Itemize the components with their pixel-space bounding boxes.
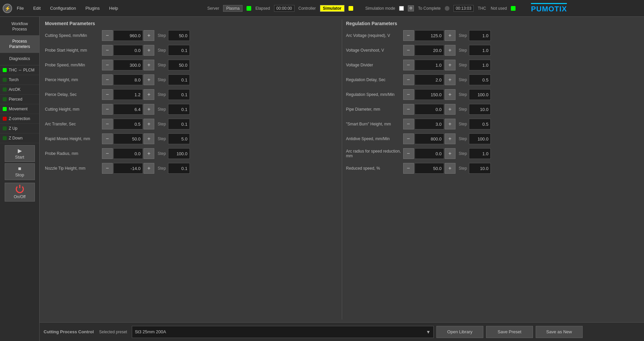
stop-button[interactable]: ■ Stop xyxy=(5,163,35,180)
minus-arc-radius-speed[interactable]: − xyxy=(403,148,414,159)
plus-antidive-speed[interactable]: + xyxy=(445,133,455,144)
open-library-button[interactable]: Open Library xyxy=(436,326,483,338)
plus-pierce-delay[interactable]: + xyxy=(144,89,154,100)
menu-file[interactable]: File xyxy=(15,4,26,12)
value-probe-speed[interactable]: 300.0 xyxy=(113,60,143,70)
step-pipe-diameter[interactable]: 10.0 xyxy=(469,104,491,115)
minus-regulation-delay[interactable]: − xyxy=(403,74,414,85)
step-pierce-delay[interactable]: 0.1 xyxy=(168,89,190,100)
plus-probe-speed[interactable]: + xyxy=(144,60,154,70)
plus-rapid-moves-height[interactable]: + xyxy=(144,133,154,144)
minus-voltage-divider[interactable]: − xyxy=(403,60,414,70)
plus-arc-radius-speed[interactable]: + xyxy=(445,148,455,159)
value-antidive-speed[interactable]: 800.0 xyxy=(415,133,444,144)
plus-regulation-speed[interactable]: + xyxy=(445,89,455,100)
simulation-checkbox[interactable] xyxy=(399,6,404,11)
minus-pierce-height[interactable]: − xyxy=(102,74,113,85)
save-preset-button[interactable]: Save Preset xyxy=(486,326,533,338)
value-pierce-height[interactable]: 8.0 xyxy=(113,74,143,85)
simulation-gear[interactable]: ⚙ xyxy=(408,5,414,11)
minus-probe-speed[interactable]: − xyxy=(102,60,113,70)
menu-plugins[interactable]: Plugins xyxy=(84,4,102,12)
param-control-probe-speed: − 300.0 + Step 50.0 xyxy=(102,60,190,70)
value-cutting-speed[interactable]: 960.0 xyxy=(113,30,143,41)
save-as-new-button[interactable]: Save as New xyxy=(536,326,583,338)
value-arc-transfer[interactable]: 0.5 xyxy=(113,119,143,129)
step-pierce-height[interactable]: 0.1 xyxy=(168,74,190,85)
minus-rapid-moves-height[interactable]: − xyxy=(102,133,113,144)
value-regulation-speed[interactable]: 150.0 xyxy=(415,89,444,100)
menu-configuration[interactable]: Configuration xyxy=(48,4,78,12)
step-probe-speed[interactable]: 50.0 xyxy=(168,60,190,70)
menu-edit[interactable]: Edit xyxy=(31,4,43,12)
step-cutting-speed[interactable]: 50.0 xyxy=(168,30,190,41)
preset-select[interactable]: St3 25mm 200A ▼ xyxy=(132,326,434,338)
value-pipe-diameter[interactable]: 0.0 xyxy=(415,104,444,115)
value-cutting-height[interactable]: 6.4 xyxy=(113,104,143,115)
step-arc-voltage[interactable]: 1.0 xyxy=(469,30,491,41)
value-probe-radius[interactable]: 0.0 xyxy=(113,148,143,159)
step-antidive-speed[interactable]: 100.0 xyxy=(469,133,491,144)
plus-reduced-speed[interactable]: + xyxy=(445,163,455,174)
step-arc-transfer[interactable]: 0.1 xyxy=(168,119,190,129)
minus-smart-burn-height[interactable]: − xyxy=(403,119,414,129)
minus-nozzle-tip-height[interactable]: − xyxy=(102,163,113,174)
plus-nozzle-tip-height[interactable]: + xyxy=(144,163,154,174)
menu-help[interactable]: Help xyxy=(107,4,120,12)
plus-voltage-overshoot[interactable]: + xyxy=(445,45,455,56)
sidebar-item-diagnostics[interactable]: Diagnostics xyxy=(0,53,39,65)
minus-cutting-height[interactable]: − xyxy=(102,104,113,115)
step-voltage-overshoot[interactable]: 1.0 xyxy=(469,45,491,56)
step-cutting-height[interactable]: 0.1 xyxy=(168,104,190,115)
value-arc-voltage[interactable]: 125.0 xyxy=(415,30,444,41)
value-arc-radius-speed[interactable]: 0.0 xyxy=(415,148,444,159)
value-regulation-delay[interactable]: 2.0 xyxy=(415,74,444,85)
minus-reduced-speed[interactable]: − xyxy=(403,163,414,174)
plus-arc-voltage[interactable]: + xyxy=(445,30,455,41)
value-probe-start-height[interactable]: 0.0 xyxy=(113,45,143,56)
step-nozzle-tip-height[interactable]: 0.1 xyxy=(168,163,190,174)
plus-pierce-height[interactable]: + xyxy=(144,74,154,85)
plus-cutting-speed[interactable]: + xyxy=(144,30,154,41)
param-row-regulation-speed: Regulation Speed, mm/Min − 150.0 + Step … xyxy=(346,89,639,101)
value-voltage-overshoot[interactable]: 20.0 xyxy=(415,45,444,56)
value-smart-burn-height[interactable]: 3.0 xyxy=(415,119,444,129)
step-regulation-delay[interactable]: 0.5 xyxy=(469,74,491,85)
minus-pipe-diameter[interactable]: − xyxy=(403,104,414,115)
plus-voltage-divider[interactable]: + xyxy=(445,60,455,70)
value-reduced-speed[interactable]: 50.0 xyxy=(415,163,444,174)
step-smart-burn-height[interactable]: 0.5 xyxy=(469,119,491,129)
step-voltage-divider[interactable]: 1.0 xyxy=(469,60,491,70)
plus-regulation-delay[interactable]: + xyxy=(445,74,455,85)
minus-antidive-speed[interactable]: − xyxy=(403,133,414,144)
step-regulation-speed[interactable]: 100.0 xyxy=(469,89,491,100)
value-nozzle-tip-height[interactable]: -14.0 xyxy=(113,163,143,174)
value-rapid-moves-height[interactable]: 50.0 xyxy=(113,133,143,144)
value-voltage-divider[interactable]: 1.0 xyxy=(415,60,444,70)
sidebar-item-process[interactable]: Process Parameters xyxy=(0,36,39,53)
minus-arc-voltage[interactable]: − xyxy=(403,30,414,41)
minus-voltage-overshoot[interactable]: − xyxy=(403,45,414,56)
plus-probe-radius[interactable]: + xyxy=(144,148,154,159)
minus-cutting-speed[interactable]: − xyxy=(102,30,113,41)
minus-arc-transfer[interactable]: − xyxy=(102,119,113,129)
minus-probe-radius[interactable]: − xyxy=(102,148,113,159)
minus-probe-start-height[interactable]: − xyxy=(102,45,113,56)
step-probe-start-height[interactable]: 0.1 xyxy=(168,45,190,56)
onoff-button[interactable]: On/Off xyxy=(5,183,35,202)
plus-smart-burn-height[interactable]: + xyxy=(445,119,455,129)
plus-probe-start-height[interactable]: + xyxy=(144,45,154,56)
sidebar-item-workflow[interactable]: Workflow Process xyxy=(0,18,39,36)
plus-cutting-height[interactable]: + xyxy=(144,104,154,115)
value-pierce-delay[interactable]: 1.2 xyxy=(113,89,143,100)
start-button[interactable]: ▶ Start xyxy=(5,145,35,162)
minus-regulation-speed[interactable]: − xyxy=(403,89,414,100)
minus-pierce-delay[interactable]: − xyxy=(102,89,113,100)
plus-arc-transfer[interactable]: + xyxy=(144,119,154,129)
menu-area: File Edit Configuration Plugins Help xyxy=(15,4,120,12)
step-reduced-speed[interactable]: 10.0 xyxy=(469,163,491,174)
step-probe-radius[interactable]: 100.0 xyxy=(168,148,190,159)
step-rapid-moves-height[interactable]: 5.0 xyxy=(168,133,190,144)
step-arc-radius-speed[interactable]: 1.0 xyxy=(469,148,491,159)
plus-pipe-diameter[interactable]: + xyxy=(445,104,455,115)
